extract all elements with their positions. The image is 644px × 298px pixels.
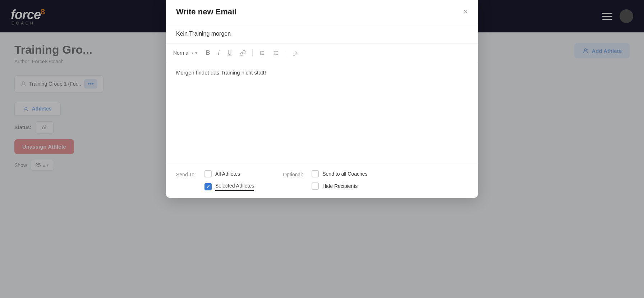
subject-field bbox=[166, 24, 478, 44]
send-coaches-label: Send to all Coaches bbox=[322, 171, 367, 177]
send-coaches-row: Send to all Coaches bbox=[312, 170, 367, 177]
ordered-list-button[interactable] bbox=[256, 49, 268, 58]
style-dropdown-icon: ▲▼ bbox=[191, 51, 198, 55]
optional-section: Send to all Coaches Hide Recipients bbox=[312, 170, 367, 190]
email-body-text: Morgen findet das Training nicht statt! bbox=[176, 69, 468, 76]
svg-point-13 bbox=[274, 54, 274, 55]
clear-format-button[interactable] bbox=[290, 49, 302, 58]
modal-close-button[interactable]: × bbox=[463, 8, 468, 16]
optional-label: Optional: bbox=[283, 172, 303, 177]
subject-input[interactable] bbox=[176, 31, 468, 37]
link-button[interactable] bbox=[237, 49, 249, 58]
send-to-section: All Athletes Selected Athletes bbox=[204, 170, 254, 191]
hide-recipients-checkbox[interactable] bbox=[312, 182, 319, 190]
all-athletes-label: All Athletes bbox=[215, 171, 240, 177]
style-selector[interactable]: Normal ▲▼ bbox=[173, 50, 198, 56]
toolbar-divider-2 bbox=[286, 49, 286, 57]
selected-athletes-label: Selected Athletes bbox=[215, 183, 254, 189]
italic-button[interactable]: I bbox=[215, 48, 222, 58]
send-to-label: Send To: bbox=[176, 172, 196, 177]
underline-button[interactable]: U bbox=[225, 48, 235, 58]
send-coaches-checkbox[interactable] bbox=[312, 170, 319, 177]
toolbar-divider-1 bbox=[252, 49, 253, 57]
email-modal: Write new Email × Normal ▲▼ B I U bbox=[166, 0, 478, 198]
bold-button[interactable]: B bbox=[203, 48, 213, 58]
selected-athletes-checkbox[interactable] bbox=[204, 183, 212, 190]
all-athletes-checkbox[interactable] bbox=[204, 170, 212, 177]
underline-bar bbox=[215, 190, 254, 191]
all-athletes-row: All Athletes bbox=[204, 170, 254, 177]
modal-header: Write new Email × bbox=[166, 0, 478, 24]
editor-toolbar: Normal ▲▼ B I U bbox=[166, 44, 478, 62]
hide-recipients-label: Hide Recipients bbox=[322, 183, 358, 189]
style-label: Normal bbox=[173, 50, 189, 56]
selected-athletes-row: Selected Athletes bbox=[204, 182, 254, 191]
svg-point-11 bbox=[274, 51, 274, 51]
editor-body[interactable]: Morgen findet das Training nicht statt! bbox=[166, 62, 478, 163]
unordered-list-button[interactable] bbox=[270, 49, 282, 58]
svg-point-12 bbox=[274, 53, 274, 53]
modal-footer: Send To: All Athletes Selected Athletes … bbox=[166, 163, 478, 198]
modal-title: Write new Email bbox=[176, 7, 236, 17]
hide-recipients-row: Hide Recipients bbox=[312, 182, 367, 190]
